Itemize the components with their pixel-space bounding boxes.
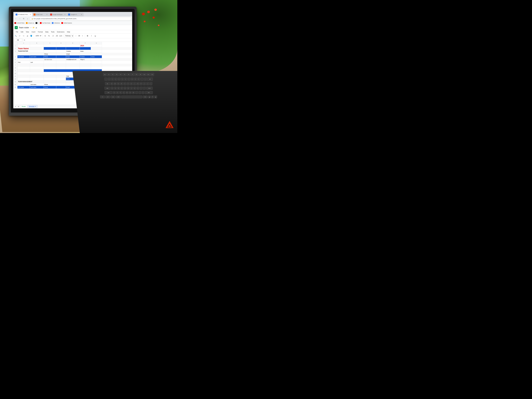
cell-a3[interactable]: TEAM ROSTER [18,50,44,53]
cell-reference[interactable]: H5 [14,39,22,41]
tab-close-emaki[interactable]: ✕ [46,13,48,16]
paint-format-btn[interactable]: 🪣 [30,34,33,38]
cell-f3b[interactable] [80,53,91,55]
cell-b6[interactable]: Last [30,61,44,64]
tab-emaki[interactable]: Emaki CMS ✕ [32,13,49,16]
bookmark-youtube-music[interactable]: YouTube Music [40,22,51,24]
add-sheet-btn[interactable]: + [14,105,17,108]
cell-b8[interactable] [30,66,44,69]
cell-f2[interactable] [80,47,91,50]
underline-btn[interactable]: U [94,34,97,38]
bookmark-x[interactable]: 𝕏 X [36,22,38,24]
cell-d7[interactable] [56,64,66,66]
menu-edit[interactable]: Edit [19,31,24,33]
cell-d15[interactable] [56,86,66,89]
cell-a4[interactable]: First name [18,55,30,58]
cell-g6[interactable] [91,61,102,64]
cell-d3[interactable] [56,50,66,53]
cell-c3[interactable] [44,50,56,53]
forward-button[interactable]: → [18,17,21,20]
cell-c12[interactable] [44,78,56,80]
format-label-btn[interactable]: 123 [59,34,62,38]
search-btn[interactable]: 🔍 [14,34,18,38]
cell-d3b[interactable] [56,53,66,55]
refresh-button[interactable]: ↻ [22,17,25,20]
cell-g1[interactable] [91,44,102,47]
menu-help[interactable]: Help [66,31,71,33]
cell-g7[interactable] [91,64,102,66]
cell-d12[interactable] [56,78,66,80]
bookmark-collections[interactable]: Collections [52,22,60,24]
menu-insert[interactable]: Insert [31,31,37,33]
cell-a14[interactable] [18,83,30,86]
cell-b12[interactable] [30,78,44,80]
cell-c15[interactable]: Phone [44,86,56,89]
zoom-selector[interactable]: 100% [35,35,42,37]
cell-c14[interactable]: Phone [44,83,56,86]
italic-btn[interactable]: I [90,34,93,38]
cell-g3b[interactable] [91,53,102,55]
bookmark-adobe[interactable]: Adobe Express [61,22,72,24]
cell-c5[interactable]: 111-111-1111 [44,58,56,61]
menu-tools[interactable]: Tools [50,31,56,33]
tab-close-gworkspace[interactable]: ✕ [64,13,66,16]
bookmark-amazon[interactable]: Amazon.ca [26,22,34,24]
redo-btn[interactable]: ↪ [22,34,25,38]
home-button[interactable]: ⌂ [26,17,29,20]
cell-f3-notes[interactable]: Notes [80,50,91,53]
cell-d14[interactable] [56,83,66,86]
cell-d8[interactable] [56,66,66,69]
cell-e5[interactable]: email@email.com [66,58,80,61]
cell-c6[interactable] [44,61,56,64]
cell-f6[interactable] [80,61,91,64]
formula-input[interactable] [26,39,132,41]
undo-btn[interactable]: ↩ [18,34,21,38]
cell-d13[interactable] [56,80,66,83]
cell-c1[interactable] [44,44,56,47]
cell-b1[interactable] [30,44,44,47]
cell-c8[interactable] [44,66,56,69]
cell-a7[interactable] [18,64,30,66]
cell-b14[interactable]: Last name [30,83,44,86]
cell-e2[interactable] [66,47,80,50]
cell-e3-position[interactable]: Position [66,50,80,53]
menu-data[interactable]: Data [44,31,50,33]
cell-a6[interactable]: First [18,61,30,64]
cell-b3b[interactable] [30,53,44,55]
font-selector[interactable]: Raleway [64,34,74,38]
cell-a15[interactable]: First name [18,86,30,89]
cell-f5[interactable]: Player 1 [80,58,91,61]
cell-e8[interactable] [66,66,80,69]
font-size-decrease-btn[interactable]: − [74,34,78,38]
cell-d11[interactable] [56,75,66,78]
cell-e1[interactable] [66,44,80,47]
address-bar[interactable]: 🔒 docs.google.com/spreadsheets/d/1o7SIBz… [30,17,131,20]
bold-btn[interactable]: B [86,34,89,38]
cell-b7[interactable] [30,64,44,66]
back-button[interactable]: ← [14,17,18,20]
cell-c13[interactable] [44,80,56,83]
cell-a3b[interactable] [18,53,30,55]
cell-a12[interactable] [18,78,30,80]
cell-e6[interactable] [66,61,80,64]
cell-e7[interactable] [66,64,80,66]
cell-a5[interactable] [18,58,30,61]
font-size-increase-btn[interactable]: + [81,34,84,38]
sheet-tab-schedule[interactable]: Schedule ▼ [28,105,38,108]
cell-e3b-email[interactable]: Email [66,53,80,55]
folder-icon[interactable]: 📁 [32,27,35,29]
tab-gworkspace[interactable]: Google Workspac... ✕ [49,13,67,16]
currency-btn[interactable]: $ [44,34,47,38]
cell-d5[interactable] [56,58,66,61]
cell-d6[interactable] [56,61,66,64]
cell-a1[interactable] [18,44,30,47]
schedule-dropdown-icon[interactable]: ▼ [35,106,36,107]
cell-d1[interactable] [56,44,66,47]
cell-f8[interactable] [80,66,91,69]
tab-close-ap[interactable]: ✕ [29,13,31,16]
sheet-tab-roster[interactable]: Roster [20,105,27,108]
decimal-increase-btn[interactable]: .00 [55,34,58,38]
cell-b5[interactable] [30,58,44,61]
menu-extensions[interactable]: Extensions [56,31,65,33]
cell-d2[interactable] [56,47,66,50]
